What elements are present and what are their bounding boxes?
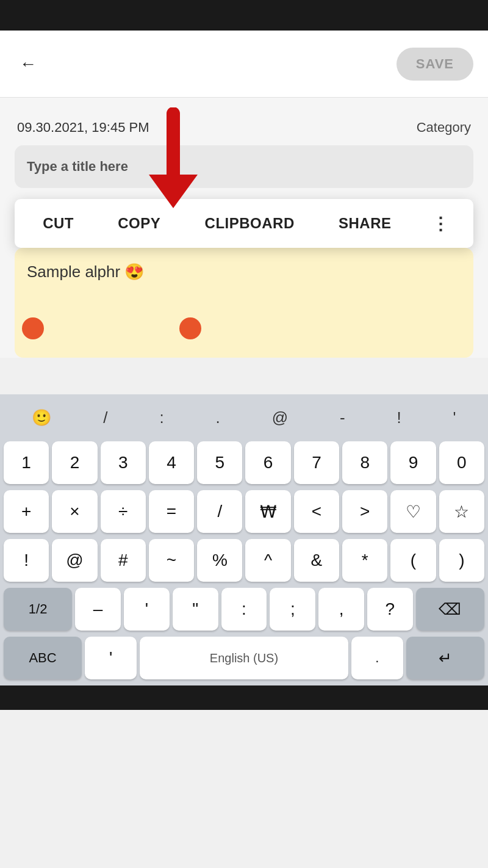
key-won[interactable]: ₩ xyxy=(245,490,290,533)
context-menu-container: CUT COPY CLIPBOARD SHARE ⋮ xyxy=(15,199,473,248)
key-fwd-slash[interactable]: / xyxy=(197,490,242,533)
key-divide[interactable]: ÷ xyxy=(101,490,146,533)
back-button[interactable]: ← xyxy=(15,49,41,79)
red-arrow-annotation xyxy=(137,107,210,211)
key-5[interactable]: 5 xyxy=(197,441,242,484)
key-single-quote[interactable]: ' xyxy=(124,588,170,631)
svg-marker-1 xyxy=(149,175,198,208)
key-comma[interactable]: , xyxy=(318,588,364,631)
note-content-wrapper: Sample alphr 😍 xyxy=(15,248,473,358)
key-endash[interactable]: – xyxy=(75,588,121,631)
copy-button[interactable]: COPY xyxy=(107,209,171,238)
key-3[interactable]: 3 xyxy=(101,441,146,484)
header: ← SAVE xyxy=(0,31,488,98)
exclaim-key[interactable]: ! xyxy=(390,405,407,431)
dash-key[interactable]: - xyxy=(334,405,351,431)
content-area: 09.30.2021, 19:45 PM Category Type a tit… xyxy=(0,98,488,358)
key-heart[interactable]: ♡ xyxy=(390,490,436,533)
key-page-1-2[interactable]: 1/2 xyxy=(4,588,72,631)
keyboard-special-row: 🙂 / : . @ - ! ' xyxy=(0,394,488,438)
key-semicolon[interactable]: ; xyxy=(270,588,315,631)
enter-key[interactable]: ↵ xyxy=(406,637,484,679)
backspace-key[interactable]: ⌫ xyxy=(416,588,484,631)
key-double-quote[interactable]: " xyxy=(173,588,218,631)
key-open-paren[interactable]: ( xyxy=(390,539,436,582)
note-content[interactable]: Sample alphr 😍 xyxy=(15,248,473,358)
emoji-key[interactable]: 🙂 xyxy=(26,405,57,431)
key-lt[interactable]: < xyxy=(294,490,339,533)
key-plus[interactable]: + xyxy=(4,490,49,533)
key-abc[interactable]: ABC xyxy=(4,637,82,679)
key-asterisk[interactable]: * xyxy=(342,539,387,582)
key-exclaim2[interactable]: ! xyxy=(4,539,49,582)
title-placeholder: Type a title here xyxy=(27,159,128,174)
title-input-area[interactable]: Type a title here xyxy=(15,145,473,188)
key-0[interactable]: 0 xyxy=(439,441,484,484)
key-caret[interactable]: ^ xyxy=(245,539,290,582)
key-7[interactable]: 7 xyxy=(294,441,339,484)
note-text: Sample alphr 😍 xyxy=(27,262,144,281)
key-colon2[interactable]: : xyxy=(221,588,267,631)
key-period2[interactable]: . xyxy=(351,637,403,679)
colon-key[interactable]: : xyxy=(153,405,170,431)
math-row: + × ÷ = / ₩ < > ♡ ☆ xyxy=(0,487,488,536)
key-times[interactable]: × xyxy=(52,490,97,533)
apostrophe-key[interactable]: ' xyxy=(447,405,462,431)
period-key[interactable]: . xyxy=(210,405,226,431)
key-8[interactable]: 8 xyxy=(342,441,387,484)
key-tilde[interactable]: ~ xyxy=(149,539,194,582)
key-percent[interactable]: % xyxy=(197,539,242,582)
status-bar xyxy=(0,0,488,31)
key-gt[interactable]: > xyxy=(342,490,387,533)
key-6[interactable]: 6 xyxy=(245,441,290,484)
key-equals[interactable]: = xyxy=(149,490,194,533)
key-close-paren[interactable]: ) xyxy=(439,539,484,582)
bottom-row: ABC ' English (US) . ↵ xyxy=(0,634,488,685)
cut-button[interactable]: CUT xyxy=(32,209,85,238)
date-category-row: 09.30.2021, 19:45 PM Category xyxy=(15,110,473,145)
row4: 1/2 – ' " : ; , ? ⌫ xyxy=(0,585,488,634)
more-button[interactable]: ⋮ xyxy=(425,208,456,240)
key-1[interactable]: 1 xyxy=(4,441,49,484)
save-button[interactable]: SAVE xyxy=(396,48,473,81)
date-label: 09.30.2021, 19:45 PM xyxy=(17,120,149,136)
key-9[interactable]: 9 xyxy=(390,441,436,484)
share-button[interactable]: SHARE xyxy=(328,209,403,238)
key-2[interactable]: 2 xyxy=(52,441,97,484)
key-4[interactable]: 4 xyxy=(149,441,194,484)
slash-key[interactable]: / xyxy=(97,405,113,431)
number-row: 1 2 3 4 5 6 7 8 9 0 xyxy=(0,438,488,487)
key-at2[interactable]: @ xyxy=(52,539,97,582)
bottom-bar xyxy=(0,685,488,710)
category-label[interactable]: Category xyxy=(417,120,471,136)
selection-handle-left xyxy=(22,317,44,339)
special-chars-row: ! @ # ~ % ^ & * ( ) xyxy=(0,536,488,585)
keyboard: 🙂 / : . @ - ! ' 1 2 3 4 5 6 7 8 9 0 + × … xyxy=(0,394,488,685)
space-key[interactable]: English (US) xyxy=(140,637,348,679)
key-star[interactable]: ☆ xyxy=(439,490,484,533)
at-key[interactable]: @ xyxy=(266,405,294,431)
key-apostrophe2[interactable]: ' xyxy=(85,637,137,679)
key-question[interactable]: ? xyxy=(367,588,413,631)
context-menu: CUT COPY CLIPBOARD SHARE ⋮ xyxy=(15,199,473,248)
key-ampersand[interactable]: & xyxy=(294,539,339,582)
selection-handle-right xyxy=(179,317,201,339)
clipboard-button[interactable]: CLIPBOARD xyxy=(194,209,306,238)
key-hash[interactable]: # xyxy=(101,539,146,582)
